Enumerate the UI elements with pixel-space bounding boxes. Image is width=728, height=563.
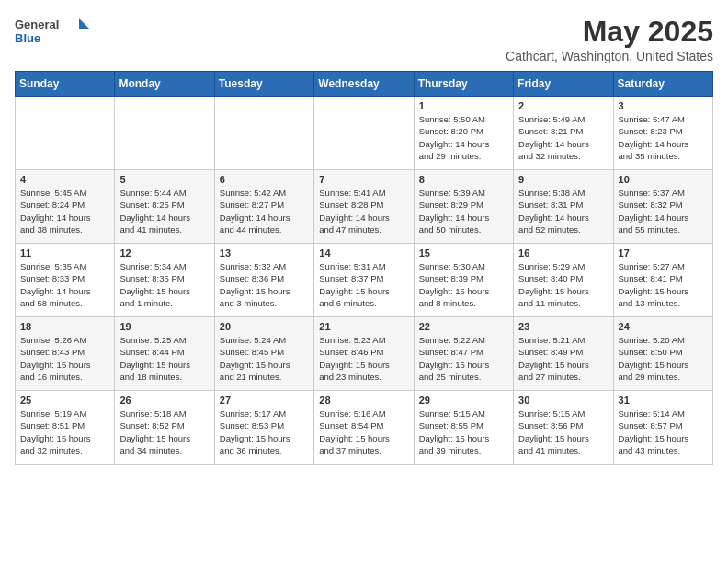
day-info: Sunrise: 5:41 AM Sunset: 8:28 PM Dayligh… — [319, 187, 408, 236]
calendar-cell: 8Sunrise: 5:39 AM Sunset: 8:29 PM Daylig… — [414, 170, 513, 244]
calendar-cell: 14Sunrise: 5:31 AM Sunset: 8:37 PM Dayli… — [314, 244, 414, 317]
day-number: 29 — [419, 395, 508, 406]
day-info: Sunrise: 5:50 AM Sunset: 8:20 PM Dayligh… — [419, 113, 508, 162]
day-number: 4 — [20, 174, 109, 185]
day-number: 22 — [419, 321, 508, 332]
day-info: Sunrise: 5:17 AM Sunset: 8:53 PM Dayligh… — [220, 408, 309, 456]
calendar-cell: 25Sunrise: 5:19 AM Sunset: 8:51 PM Dayli… — [16, 391, 115, 465]
calendar-cell: 3Sunrise: 5:47 AM Sunset: 8:23 PM Daylig… — [613, 97, 712, 170]
day-number: 30 — [518, 395, 608, 406]
day-number: 3 — [619, 100, 708, 111]
day-number: 17 — [619, 247, 708, 259]
calendar-cell: 17Sunrise: 5:27 AM Sunset: 8:41 PM Dayli… — [613, 244, 712, 317]
weekday-header: Sunday — [16, 72, 115, 97]
calendar-week-row: 1Sunrise: 5:50 AM Sunset: 8:20 PM Daylig… — [16, 97, 713, 170]
day-info: Sunrise: 5:34 AM Sunset: 8:35 PM Dayligh… — [119, 260, 209, 309]
day-info: Sunrise: 5:35 AM Sunset: 8:33 PM Dayligh… — [20, 260, 109, 309]
day-info: Sunrise: 5:26 AM Sunset: 8:43 PM Dayligh… — [20, 334, 109, 383]
day-number: 6 — [220, 174, 309, 185]
day-number: 24 — [619, 321, 708, 332]
calendar-cell: 7Sunrise: 5:41 AM Sunset: 8:28 PM Daylig… — [314, 170, 414, 244]
day-number: 19 — [119, 321, 209, 332]
day-number: 1 — [419, 100, 508, 111]
day-number: 13 — [220, 247, 309, 259]
day-number: 18 — [20, 321, 109, 332]
day-number: 15 — [419, 247, 508, 259]
day-info: Sunrise: 5:16 AM Sunset: 8:54 PM Dayligh… — [319, 408, 408, 456]
calendar-cell: 16Sunrise: 5:29 AM Sunset: 8:40 PM Dayli… — [514, 244, 613, 317]
weekday-header: Wednesday — [314, 72, 414, 97]
svg-text:General: General — [15, 17, 59, 31]
calendar-cell — [214, 97, 313, 170]
day-info: Sunrise: 5:22 AM Sunset: 8:47 PM Dayligh… — [419, 334, 508, 383]
svg-text:Blue: Blue — [15, 31, 40, 45]
month-title: May 2025 — [506, 15, 713, 49]
weekday-header: Tuesday — [214, 72, 313, 97]
day-number: 8 — [419, 174, 508, 185]
day-number: 20 — [220, 321, 309, 332]
day-info: Sunrise: 5:45 AM Sunset: 8:24 PM Dayligh… — [20, 187, 109, 236]
weekday-header: Thursday — [414, 72, 513, 97]
calendar-cell: 30Sunrise: 5:15 AM Sunset: 8:56 PM Dayli… — [514, 391, 613, 465]
day-number: 21 — [319, 321, 408, 332]
calendar-cell: 11Sunrise: 5:35 AM Sunset: 8:33 PM Dayli… — [16, 244, 115, 317]
day-info: Sunrise: 5:15 AM Sunset: 8:55 PM Dayligh… — [419, 408, 508, 456]
weekday-header: Monday — [115, 72, 214, 97]
page-header: GeneralBlue May 2025 Cathcart, Washingto… — [15, 15, 713, 63]
day-number: 23 — [518, 321, 608, 332]
day-info: Sunrise: 5:29 AM Sunset: 8:40 PM Dayligh… — [518, 260, 608, 309]
day-number: 11 — [20, 247, 109, 259]
calendar-week-row: 18Sunrise: 5:26 AM Sunset: 8:43 PM Dayli… — [16, 317, 713, 391]
calendar-week-row: 25Sunrise: 5:19 AM Sunset: 8:51 PM Dayli… — [16, 391, 713, 465]
day-number: 12 — [119, 247, 209, 259]
calendar-cell: 15Sunrise: 5:30 AM Sunset: 8:39 PM Dayli… — [414, 244, 513, 317]
day-info: Sunrise: 5:47 AM Sunset: 8:23 PM Dayligh… — [619, 113, 708, 162]
svg-marker-0 — [79, 18, 90, 29]
calendar-cell: 21Sunrise: 5:23 AM Sunset: 8:46 PM Dayli… — [314, 317, 414, 391]
day-number: 5 — [119, 174, 209, 185]
logo-svg: GeneralBlue — [15, 15, 97, 48]
calendar-cell: 2Sunrise: 5:49 AM Sunset: 8:21 PM Daylig… — [514, 97, 613, 170]
weekday-header: Saturday — [613, 72, 712, 97]
day-info: Sunrise: 5:30 AM Sunset: 8:39 PM Dayligh… — [419, 260, 508, 309]
day-number: 16 — [518, 247, 608, 259]
calendar-cell: 1Sunrise: 5:50 AM Sunset: 8:20 PM Daylig… — [414, 97, 513, 170]
day-number: 25 — [20, 395, 109, 406]
day-number: 10 — [619, 174, 708, 185]
day-info: Sunrise: 5:20 AM Sunset: 8:50 PM Dayligh… — [619, 334, 708, 383]
weekday-header-row: SundayMondayTuesdayWednesdayThursdayFrid… — [16, 72, 713, 97]
day-info: Sunrise: 5:31 AM Sunset: 8:37 PM Dayligh… — [319, 260, 408, 309]
day-info: Sunrise: 5:23 AM Sunset: 8:46 PM Dayligh… — [319, 334, 408, 383]
calendar-cell: 22Sunrise: 5:22 AM Sunset: 8:47 PM Dayli… — [414, 317, 513, 391]
day-number: 28 — [319, 395, 408, 406]
day-info: Sunrise: 5:21 AM Sunset: 8:49 PM Dayligh… — [518, 334, 608, 383]
day-info: Sunrise: 5:38 AM Sunset: 8:31 PM Dayligh… — [518, 187, 608, 236]
calendar-cell: 18Sunrise: 5:26 AM Sunset: 8:43 PM Dayli… — [16, 317, 115, 391]
calendar-cell: 10Sunrise: 5:37 AM Sunset: 8:32 PM Dayli… — [613, 170, 712, 244]
calendar-cell — [115, 97, 214, 170]
day-info: Sunrise: 5:18 AM Sunset: 8:52 PM Dayligh… — [119, 408, 209, 456]
day-info: Sunrise: 5:39 AM Sunset: 8:29 PM Dayligh… — [419, 187, 508, 236]
day-info: Sunrise: 5:37 AM Sunset: 8:32 PM Dayligh… — [619, 187, 708, 236]
location-title: Cathcart, Washington, United States — [506, 49, 713, 63]
calendar-cell: 27Sunrise: 5:17 AM Sunset: 8:53 PM Dayli… — [214, 391, 313, 465]
calendar-cell — [16, 97, 115, 170]
calendar-cell: 23Sunrise: 5:21 AM Sunset: 8:49 PM Dayli… — [514, 317, 613, 391]
day-info: Sunrise: 5:44 AM Sunset: 8:25 PM Dayligh… — [119, 187, 209, 236]
day-info: Sunrise: 5:32 AM Sunset: 8:36 PM Dayligh… — [220, 260, 309, 309]
calendar-cell: 12Sunrise: 5:34 AM Sunset: 8:35 PM Dayli… — [115, 244, 214, 317]
day-info: Sunrise: 5:49 AM Sunset: 8:21 PM Dayligh… — [518, 113, 608, 162]
calendar-cell: 9Sunrise: 5:38 AM Sunset: 8:31 PM Daylig… — [514, 170, 613, 244]
calendar-week-row: 11Sunrise: 5:35 AM Sunset: 8:33 PM Dayli… — [16, 244, 713, 317]
calendar-cell: 20Sunrise: 5:24 AM Sunset: 8:45 PM Dayli… — [214, 317, 313, 391]
day-number: 26 — [119, 395, 209, 406]
day-info: Sunrise: 5:15 AM Sunset: 8:56 PM Dayligh… — [518, 408, 608, 456]
day-info: Sunrise: 5:27 AM Sunset: 8:41 PM Dayligh… — [619, 260, 708, 309]
logo: GeneralBlue — [15, 15, 97, 48]
weekday-header: Friday — [514, 72, 613, 97]
calendar-table: SundayMondayTuesdayWednesdayThursdayFrid… — [15, 71, 713, 465]
calendar-week-row: 4Sunrise: 5:45 AM Sunset: 8:24 PM Daylig… — [16, 170, 713, 244]
day-number: 31 — [619, 395, 708, 406]
calendar-cell: 5Sunrise: 5:44 AM Sunset: 8:25 PM Daylig… — [115, 170, 214, 244]
day-number: 27 — [220, 395, 309, 406]
